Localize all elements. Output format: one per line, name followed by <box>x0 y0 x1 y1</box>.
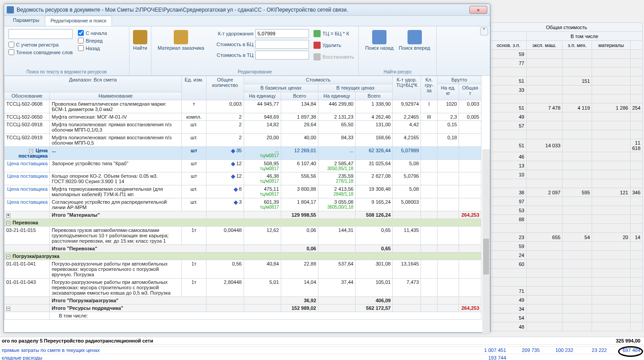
expand-icon[interactable]: − <box>29 149 33 153</box>
background-sheet: Общая стоимость В том числе основ. з.п.э… <box>490 22 644 333</box>
total-perevozka[interactable]: Итого "Перевозка"0,060,65 <box>4 245 481 253</box>
close-button[interactable]: ⨉ <box>469 6 487 14</box>
footer-overhead: кладные расходы <box>2 355 474 360</box>
chk-register[interactable]: С учетом регистра <box>9 42 73 47</box>
cost-tc-label: Стоимость в ТЦ <box>210 52 253 58</box>
tcbc-button[interactable]: ТЦ = БЦ * К <box>313 29 355 38</box>
data-grid[interactable]: Диапазон: Вся сметаЕд. изм.Общее количес… <box>4 76 490 333</box>
delete-button[interactable]: Удалить <box>313 41 355 50</box>
cost-bc-label: Стоимость в БЦ <box>210 42 253 47</box>
chk-start[interactable]: С начала <box>78 30 107 36</box>
ribbon-collapse[interactable]: ˄ <box>480 27 488 35</box>
table-row[interactable]: 03-21-01-015Перевозка грузов автомобилям… <box>4 227 481 245</box>
footer-section: ого по разделу 5 Переустройство радиотра… <box>2 338 490 343</box>
ribbon-group2-label: Редактирование <box>151 69 358 74</box>
chk-back[interactable]: Назад <box>78 45 107 51</box>
group-perevozka[interactable]: − Перевозка <box>4 219 481 227</box>
total-resources[interactable]: −Итого "Ресурсы подрядчика"152 989,02562… <box>4 304 481 312</box>
tab-params[interactable]: Параметры <box>8 16 45 26</box>
material-button[interactable]: Материал заказчика <box>155 28 207 74</box>
k-label: К-т удорожания <box>210 31 253 36</box>
table-row[interactable]: Цена поставщикаКольцо опорное КО-2. Объе… <box>4 172 481 185</box>
ribbon-group1-label: Поиск по тексту в ведомости ресурсов <box>4 69 129 74</box>
bg-col4: материалы <box>592 41 630 50</box>
bg-col3: з.п. мех. <box>562 41 592 50</box>
window-title: Ведомость ресурсов в документе - Мои Сме… <box>17 7 469 13</box>
table-row[interactable]: Цена поставщикаМуфта термоусаживаемая со… <box>4 185 481 198</box>
table-row[interactable]: Цена поставщикаСогласующее устройство дл… <box>4 198 481 211</box>
table-row[interactable]: 01-01-01-043Погрузо-разгрузочные работы … <box>4 279 481 297</box>
restore-button[interactable]: Восстановить <box>313 52 355 61</box>
table-row[interactable]: 01-01-01-041Погрузо-разгрузочные работы … <box>4 260 481 279</box>
grid-header: Диапазон: Вся сметаЕд. изм.Общее количес… <box>4 76 481 100</box>
bg-col2: эксп. маш. <box>526 41 562 50</box>
tab-edit[interactable]: Редактирование и поиск <box>45 16 112 26</box>
table-row[interactable]: ТССЦ-502-0918Муфта полиэтиленовая: пряма… <box>4 121 481 134</box>
find-button[interactable]: Найти <box>130 28 150 52</box>
total-materials[interactable]: +Итого "Материалы"129 998,55508 126,2426… <box>4 211 481 219</box>
chk-fwd[interactable]: Вперед <box>78 38 107 43</box>
footer: ого по разделу 5 Переустройство радиотра… <box>0 337 644 360</box>
ribbon-tabs: Параметры Редактирование и поиск <box>4 16 490 26</box>
table-row[interactable]: ТССЦ-502-0919Муфта полиэтиленовая: пряма… <box>4 134 481 147</box>
ribbon: ˄ С учетом регистра Точное совпадение сл… <box>4 26 490 76</box>
cost-bc-input[interactable] <box>255 40 309 49</box>
chk-exact[interactable]: Точное совпадение слов <box>9 49 73 55</box>
table-row[interactable]: ТССЦ-502-0608Проволока биметаллическая с… <box>4 100 481 113</box>
bg-header-incl: В том числе <box>526 32 642 41</box>
scrollbar-v[interactable] <box>482 149 490 333</box>
search-fwd-button[interactable]: Поиск вперед <box>396 28 433 74</box>
search-text-input[interactable] <box>9 29 73 39</box>
cost-tc-input[interactable] <box>255 51 309 60</box>
bg-header-total: Общая стоимость <box>491 23 643 32</box>
bg-col1: основ. з.п. <box>491 41 527 50</box>
table-row[interactable]: ТССЦ-502-0650Муфта оптическая: МОГ-М-01-… <box>4 113 481 121</box>
k-input[interactable] <box>255 29 309 38</box>
footer-direct: прямые затраты по смете в текущих ценах <box>2 347 474 353</box>
app-icon <box>7 6 14 13</box>
titlebar[interactable]: Ведомость ресурсов в документе - Мои Сме… <box>4 4 490 16</box>
table-row[interactable]: В том числе: <box>4 312 481 320</box>
group-pogruzka[interactable]: − Погрузка/разгрузка <box>4 253 481 260</box>
resources-window: Ведомость ресурсов в документе - Мои Сме… <box>4 4 490 333</box>
table-row[interactable]: − Цена поставщика...шт 35...тц/м081712 2… <box>4 147 481 160</box>
table-row[interactable]: Цена поставщикаЗапорное устройство типа … <box>4 160 481 172</box>
search-back-button[interactable]: Поиск назад <box>362 28 396 74</box>
ribbon-group3-label: Найти ресурс <box>359 69 436 74</box>
total-pogruzka[interactable]: Итого "Погрузка/разгрузка"36,92406,09 <box>4 297 481 304</box>
